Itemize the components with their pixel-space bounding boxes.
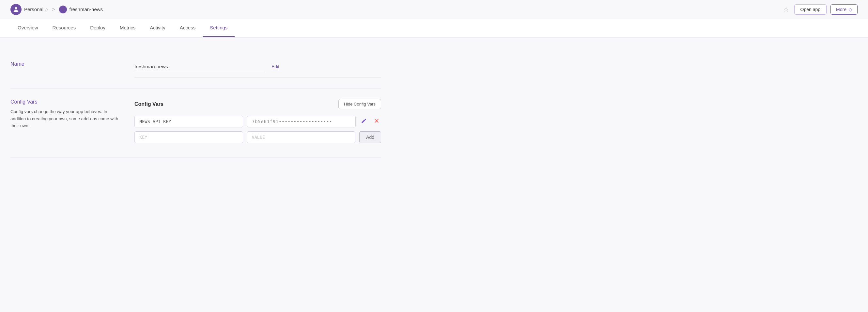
user-icon [13, 6, 19, 12]
edit-config-var-button[interactable] [360, 117, 368, 127]
new-config-var-row: Add [134, 131, 381, 143]
favorite-button[interactable]: ☆ [782, 4, 790, 15]
breadcrumb-separator: > [52, 6, 55, 12]
app-name-value: freshman-news [134, 61, 265, 72]
pencil-icon [361, 118, 367, 124]
hide-config-vars-button[interactable]: Hide Config Vars [338, 99, 381, 109]
tab-deploy[interactable]: Deploy [83, 19, 113, 37]
new-config-var-value-input[interactable] [247, 131, 356, 143]
more-button[interactable]: More ◇ [831, 4, 858, 15]
app-icon [59, 5, 67, 13]
tab-settings[interactable]: Settings [203, 19, 235, 37]
edit-name-button[interactable]: Edit [272, 64, 279, 69]
delete-config-var-button[interactable] [372, 116, 381, 127]
avatar [10, 4, 22, 15]
main-content: Name freshman-news Edit Config Vars Conf… [0, 37, 392, 171]
name-section-content: freshman-news Edit [134, 61, 381, 78]
tab-metrics[interactable]: Metrics [113, 19, 143, 37]
name-section: Name freshman-news Edit [10, 51, 381, 88]
config-var-actions [360, 116, 381, 127]
header-actions: ☆ Open app More ◇ [782, 4, 858, 15]
config-var-key-input[interactable] [134, 116, 243, 127]
config-vars-label: Config Vars [10, 99, 121, 105]
top-bar: Personal ◇ > freshman-news ☆ Open app Mo… [0, 0, 868, 19]
config-var-value-input[interactable] [247, 116, 356, 127]
more-chevron-icon: ◇ [848, 7, 852, 12]
nav-tabs: Overview Resources Deploy Metrics Activi… [0, 19, 868, 37]
name-label: Name [10, 61, 121, 67]
account-name[interactable]: Personal ◇ [24, 6, 48, 12]
tab-access[interactable]: Access [173, 19, 203, 37]
close-icon [373, 118, 380, 124]
config-vars-section: Config Vars Config vars change the way y… [10, 88, 381, 158]
tab-overview[interactable]: Overview [10, 19, 45, 37]
config-var-row [134, 116, 381, 127]
app-name: freshman-news [69, 6, 103, 12]
tab-activity[interactable]: Activity [143, 19, 173, 37]
account-chevron-icon: ◇ [45, 7, 48, 12]
config-vars-header: Config Vars Hide Config Vars [134, 99, 381, 109]
name-field-row: freshman-news Edit [134, 61, 381, 78]
tab-resources[interactable]: Resources [45, 19, 83, 37]
config-vars-section-label: Config Vars Config vars change the way y… [10, 99, 121, 147]
config-vars-title: Config Vars [134, 101, 163, 107]
name-section-label: Name [10, 61, 121, 78]
new-config-var-key-input[interactable] [134, 131, 243, 143]
app-breadcrumb[interactable]: freshman-news [59, 5, 103, 13]
open-app-button[interactable]: Open app [794, 4, 827, 15]
config-vars-content: Config Vars Hide Config Vars [134, 99, 381, 147]
config-vars-description: Config vars change the way your app beha… [10, 108, 121, 130]
breadcrumb: Personal ◇ > freshman-news [10, 4, 103, 15]
add-config-var-button[interactable]: Add [359, 131, 381, 143]
